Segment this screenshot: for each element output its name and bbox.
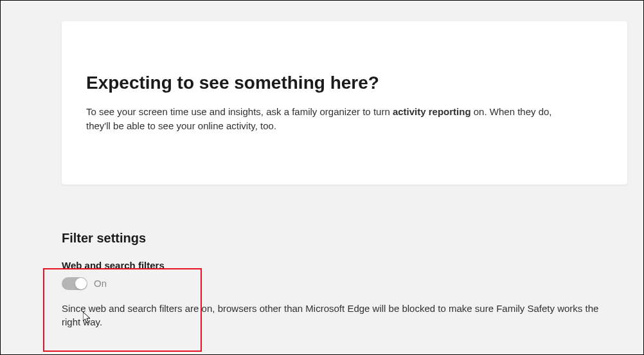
- card-desc-bold: activity reporting: [393, 106, 471, 117]
- card-desc-pre: To see your screen time use and insights…: [86, 106, 393, 117]
- toggle-state-label: On: [94, 278, 107, 289]
- toggle-row: On: [62, 277, 643, 290]
- web-search-filter-block: Web and search filters On Since web and …: [62, 260, 643, 330]
- web-search-filter-toggle[interactable]: [62, 277, 87, 290]
- card-description: To see your screen time use and insights…: [86, 105, 575, 133]
- info-card: Expecting to see something here? To see …: [62, 21, 627, 185]
- filter-settings-heading: Filter settings: [62, 231, 643, 246]
- toggle-knob: [75, 278, 87, 289]
- web-search-filter-label: Web and search filters: [62, 260, 643, 271]
- card-title: Expecting to see something here?: [86, 73, 603, 93]
- web-search-filter-description: Since web and search filters are on, bro…: [62, 302, 602, 330]
